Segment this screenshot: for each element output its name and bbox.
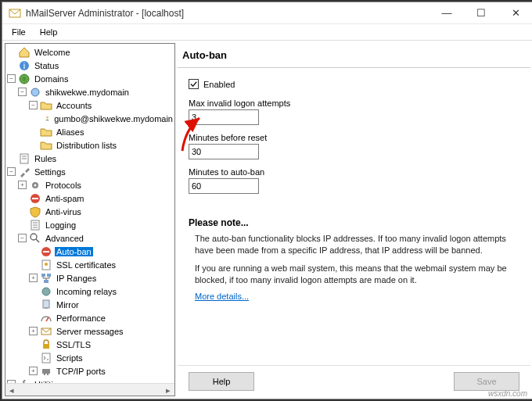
maximize-button[interactable]: ☐ <box>464 2 498 24</box>
window-title: hMailServer Administrator - [localhost] <box>26 8 430 19</box>
tree-domains[interactable]: −Domains <box>7 72 174 85</box>
tree-accounts[interactable]: −Accounts <box>7 98 174 112</box>
max-attempts-label: Max invalid logon attempts <box>189 98 523 108</box>
collapse-icon[interactable]: − <box>7 167 16 176</box>
tree-welcome[interactable]: Welcome <box>7 45 174 59</box>
home-icon <box>18 46 31 59</box>
more-details-link[interactable]: More details... <box>195 292 249 301</box>
note-title: Please note... <box>189 217 523 228</box>
folder-icon <box>40 126 52 138</box>
lock-icon <box>40 338 52 351</box>
svg-rect-23 <box>41 274 45 277</box>
tree-advanced[interactable]: −Advanced <box>7 231 174 245</box>
gear-icon <box>29 179 41 192</box>
globe-icon <box>18 73 31 85</box>
tree-ipranges[interactable]: +IP Ranges <box>7 271 174 285</box>
svg-rect-34 <box>44 374 45 375</box>
collapse-icon[interactable]: − <box>18 88 27 96</box>
tree-rules[interactable]: Rules <box>7 152 174 165</box>
ban-minutes-label: Minutes to auto-ban <box>189 167 523 177</box>
user-icon <box>45 113 50 125</box>
close-button[interactable]: ✕ <box>498 2 532 24</box>
expand-icon[interactable]: + <box>18 181 27 189</box>
tree-autoban[interactable]: Auto-ban <box>7 245 174 258</box>
svg-line-18 <box>36 239 39 242</box>
network-icon <box>40 272 52 285</box>
enabled-label: Enabled <box>203 80 235 89</box>
collapse-icon[interactable]: − <box>18 234 27 242</box>
reset-minutes-input[interactable] <box>189 144 259 159</box>
tree-tcpip[interactable]: +TCP/IP ports <box>7 364 174 378</box>
tree-settings[interactable]: −Settings <box>7 165 174 178</box>
svg-point-22 <box>45 263 48 266</box>
tree-account[interactable]: gumbo@shikwekwe.mydomain <box>7 112 174 125</box>
titlebar: hMailServer Administrator - [localhost] … <box>2 2 532 24</box>
save-button[interactable]: Save <box>454 372 519 391</box>
message-icon <box>40 325 52 338</box>
tools-icon <box>18 166 31 178</box>
svg-rect-25 <box>44 280 49 283</box>
tree-aliases[interactable]: Aliases <box>7 125 174 138</box>
info-icon: i <box>18 59 31 72</box>
tree-domain[interactable]: −shikwekwe.mydomain <box>7 85 174 98</box>
expand-icon[interactable]: + <box>29 327 38 335</box>
domain-icon <box>29 86 41 98</box>
port-icon <box>40 365 52 378</box>
scroll-left-icon[interactable]: ◂ <box>5 384 18 396</box>
tree-status[interactable]: iStatus <box>7 59 174 72</box>
page-title: Auto-ban <box>178 43 530 68</box>
tree-protocols[interactable]: +Protocols <box>7 178 174 192</box>
collapse-icon[interactable]: − <box>7 74 16 83</box>
tree-mirror[interactable]: Mirror <box>7 298 174 311</box>
help-button[interactable]: Help <box>189 372 254 391</box>
horizontal-scrollbar[interactable]: ◂ ▸ <box>5 383 174 396</box>
tree-logging[interactable]: Logging <box>7 218 174 231</box>
tree-scripts[interactable]: Scripts <box>7 351 174 364</box>
max-attempts-input[interactable] <box>189 109 259 125</box>
tree-servermsgs[interactable]: +Server messages <box>7 324 174 338</box>
expand-icon[interactable]: + <box>29 274 38 282</box>
tree-distlists[interactable]: Distribution lists <box>7 138 174 152</box>
enabled-checkbox[interactable] <box>189 79 199 89</box>
tree-performance[interactable]: Performance <box>7 311 174 324</box>
note-text-2: If you are running a web mail system, th… <box>195 263 519 286</box>
shield-icon <box>29 206 41 218</box>
body: Welcome iStatus −Domains −shikwekwe.mydo… <box>2 40 532 399</box>
svg-rect-35 <box>47 374 49 375</box>
gauge-icon <box>40 312 52 324</box>
rules-icon <box>18 152 31 165</box>
button-bar: Help Save <box>178 365 530 396</box>
svg-rect-24 <box>47 274 51 277</box>
svg-point-17 <box>31 234 37 240</box>
minimize-button[interactable]: — <box>430 2 464 24</box>
menu-help[interactable]: Help <box>35 26 63 38</box>
tree-ssltls[interactable]: SSL/TLS <box>7 338 174 351</box>
script-icon <box>40 352 52 364</box>
ban-minutes-input[interactable] <box>189 178 259 194</box>
expand-icon[interactable]: + <box>29 367 38 375</box>
form-area: Enabled Max invalid logon attempts Minut… <box>178 68 530 365</box>
tree-pane[interactable]: Welcome iStatus −Domains −shikwekwe.mydo… <box>5 43 175 396</box>
tree-antivirus[interactable]: Anti-virus <box>7 205 174 218</box>
svg-point-26 <box>42 288 50 295</box>
svg-line-29 <box>46 317 49 321</box>
note-text-1: The auto-ban functionality blocks IP add… <box>195 233 519 256</box>
tree-increlays[interactable]: Incoming relays <box>7 285 174 298</box>
content-pane: Auto-ban Enabled Max invalid logon attem… <box>178 43 530 396</box>
app-icon <box>9 7 21 20</box>
svg-rect-27 <box>43 300 49 308</box>
tree-antispam[interactable]: Anti-spam <box>7 192 174 205</box>
scroll-right-icon[interactable]: ▸ <box>162 384 174 396</box>
svg-rect-31 <box>43 344 49 349</box>
folder-icon <box>40 139 52 152</box>
menu-file[interactable]: File <box>7 26 31 38</box>
collapse-icon[interactable]: − <box>29 101 38 109</box>
svg-point-10 <box>34 184 37 186</box>
block-icon <box>29 192 41 205</box>
tree-sslcerts[interactable]: SSL certificates <box>7 258 174 271</box>
search-icon <box>29 232 41 245</box>
svg-point-5 <box>46 116 49 119</box>
block-icon <box>40 245 52 258</box>
svg-rect-33 <box>42 369 50 374</box>
watermark: wsxdn.com <box>488 389 527 398</box>
